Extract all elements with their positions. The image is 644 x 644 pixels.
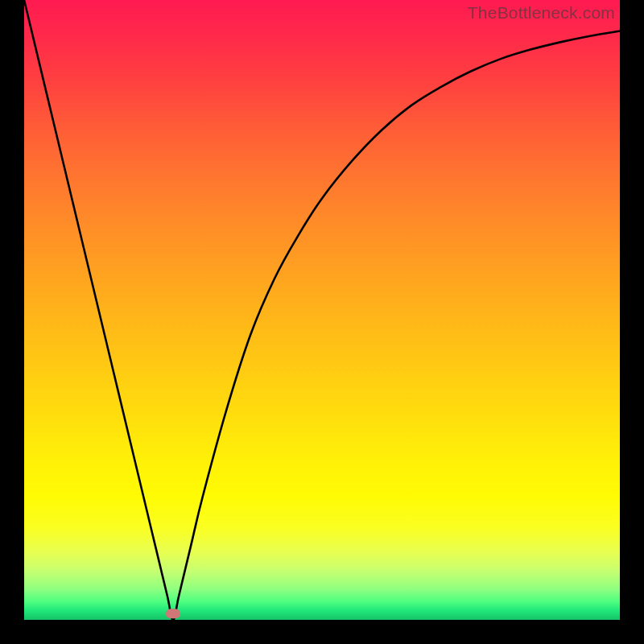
chart-frame: TheBottleneck.com bbox=[24, 0, 620, 620]
minimum-marker bbox=[166, 609, 180, 618]
bottleneck-curve bbox=[24, 0, 620, 620]
chart-svg bbox=[24, 0, 620, 620]
